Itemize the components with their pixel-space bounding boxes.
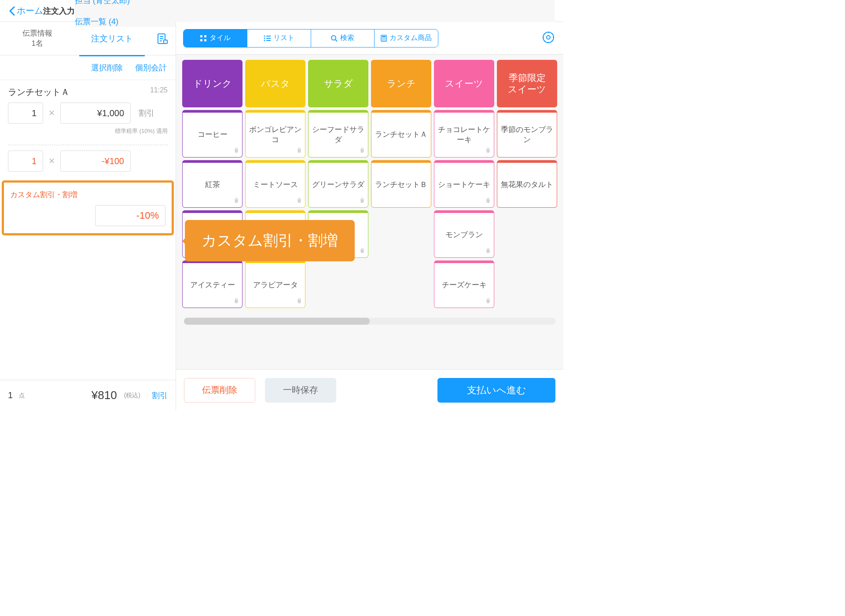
product-tile[interactable]: 無花果のタルト — [497, 160, 557, 208]
tile-empty — [497, 210, 557, 258]
svg-point-8 — [264, 37, 265, 39]
product-tile[interactable]: ボンゴレビアンコ — [245, 110, 305, 158]
search-icon — [331, 35, 338, 42]
horizontal-scrollbar[interactable] — [184, 318, 555, 325]
svg-rect-11 — [266, 40, 271, 41]
tile-empty — [308, 260, 368, 308]
takeout-bag-icon — [233, 147, 239, 155]
divider — [8, 145, 168, 145]
qty-input[interactable]: 1 — [8, 103, 43, 124]
multiply-icon: ✕ — [48, 108, 56, 118]
order-total: ¥810 — [92, 389, 117, 402]
svg-point-22 — [547, 36, 550, 39]
tile-empty — [371, 260, 431, 308]
svg-point-18 — [382, 40, 383, 40]
product-tile[interactable]: 紅茶 — [182, 160, 242, 208]
proceed-payment-button[interactable]: 支払いへ進む — [437, 378, 555, 403]
svg-rect-2 — [200, 35, 202, 37]
view-list-label: リスト — [273, 33, 294, 43]
svg-point-19 — [383, 40, 384, 40]
takeout-bag-icon — [296, 297, 302, 306]
product-tile[interactable]: ミートソース — [245, 160, 305, 208]
takeout-bag-icon — [296, 197, 302, 205]
product-tile[interactable]: チョコレートケーキ — [434, 110, 494, 158]
tile-empty — [497, 260, 557, 308]
custom-discount-highlight: カスタム割引・割増 -10% — [2, 180, 174, 235]
product-tile[interactable]: ランチセットＡ — [371, 110, 431, 158]
svg-rect-5 — [204, 39, 206, 41]
custom-discount-value[interactable]: -10% — [95, 205, 165, 226]
product-tile[interactable]: グリーンサラダ — [308, 160, 368, 208]
tax-note: 標準税率 (10%) 適用 — [8, 127, 168, 135]
view-tile[interactable]: タイル — [184, 29, 247, 47]
delete-selection[interactable]: 選択削除 — [91, 62, 123, 73]
product-tile[interactable]: モンブラン — [434, 210, 494, 258]
product-tile[interactable]: シーフードサラダ — [308, 110, 368, 158]
product-tile[interactable]: アラビアータ — [245, 260, 305, 308]
item-count-unit: 点 — [19, 392, 25, 400]
receipt-icon[interactable] — [149, 33, 176, 44]
product-tile[interactable]: ランチセットＢ — [371, 160, 431, 208]
category-5[interactable]: 季節限定スイーツ — [497, 60, 557, 107]
hold-button[interactable]: 一時保存 — [265, 378, 336, 403]
svg-rect-7 — [266, 36, 271, 37]
svg-rect-9 — [266, 38, 271, 39]
price-input[interactable]: ¥1,000 — [60, 103, 131, 124]
product-tile[interactable]: アイスティー — [182, 260, 242, 308]
discount-amount-input[interactable]: -¥100 — [60, 150, 131, 172]
product-tile[interactable]: ショートケーキ — [434, 160, 494, 208]
line-discount-button[interactable]: 割引 — [135, 108, 154, 118]
back-home[interactable]: ホーム — [9, 5, 43, 17]
takeout-bag-icon — [485, 297, 491, 306]
product-tile[interactable]: 季節のモンブラン — [497, 110, 557, 158]
footer-discount-button[interactable]: 割引 — [152, 390, 168, 401]
category-1[interactable]: パスタ — [245, 60, 305, 107]
svg-point-12 — [331, 36, 336, 40]
takeout-bag-icon — [359, 147, 365, 155]
takeout-bag-icon — [233, 197, 239, 205]
product-tile[interactable]: コーヒー — [182, 110, 242, 158]
settings-button[interactable] — [542, 31, 556, 45]
takeout-bag-icon — [485, 147, 491, 155]
view-segmented-control: タイル リスト 検索 カスタム商品 — [183, 29, 438, 48]
svg-rect-4 — [200, 39, 202, 41]
tax-inclusive-label: (税込) — [124, 392, 140, 400]
takeout-bag-icon — [296, 147, 302, 155]
category-4[interactable]: スイーツ — [434, 60, 494, 107]
svg-point-16 — [383, 38, 384, 39]
svg-point-6 — [264, 35, 265, 37]
order-item-time: 11:25 — [150, 86, 168, 98]
split-bill[interactable]: 個別会計 — [135, 62, 167, 73]
staff-link[interactable]: 担当 (青空太郎) — [75, 0, 555, 6]
tab-order-list[interactable]: 注文リスト — [75, 33, 150, 44]
category-3[interactable]: ランチ — [371, 60, 431, 107]
view-custom-label: カスタム商品 — [389, 33, 432, 43]
item-count: 1 — [8, 390, 13, 400]
delete-slip-button[interactable]: 伝票削除 — [184, 378, 255, 403]
category-0[interactable]: ドリンク — [182, 60, 242, 107]
svg-point-15 — [382, 38, 383, 39]
takeout-bag-icon — [485, 197, 491, 205]
discount-qty-input[interactable]: 1 — [8, 150, 43, 172]
tab-slip-info-l2: 1名 — [0, 39, 75, 48]
page-title: 注文入力 — [43, 6, 75, 16]
svg-point-10 — [264, 40, 265, 41]
category-2[interactable]: サラダ — [308, 60, 368, 107]
svg-point-17 — [385, 38, 386, 39]
takeout-bag-icon — [359, 197, 365, 205]
chevron-left-icon — [9, 6, 15, 16]
tab-slip-info[interactable]: 伝票情報 1名 — [0, 29, 75, 48]
view-custom-item[interactable]: カスタム商品 — [375, 29, 438, 47]
svg-rect-3 — [204, 35, 206, 37]
takeout-bag-icon — [359, 247, 365, 256]
view-tile-label: タイル — [209, 33, 231, 43]
gear-icon — [542, 31, 555, 44]
view-list[interactable]: リスト — [247, 29, 311, 47]
back-label: ホーム — [17, 5, 43, 17]
view-search[interactable]: 検索 — [311, 29, 375, 47]
view-search-label: 検索 — [340, 33, 354, 43]
scrollbar-thumb[interactable] — [184, 318, 370, 325]
calculator-icon — [381, 35, 387, 42]
product-tile[interactable]: チーズケーキ — [434, 260, 494, 308]
custom-discount-label: カスタム割引・割増 — [10, 190, 165, 200]
